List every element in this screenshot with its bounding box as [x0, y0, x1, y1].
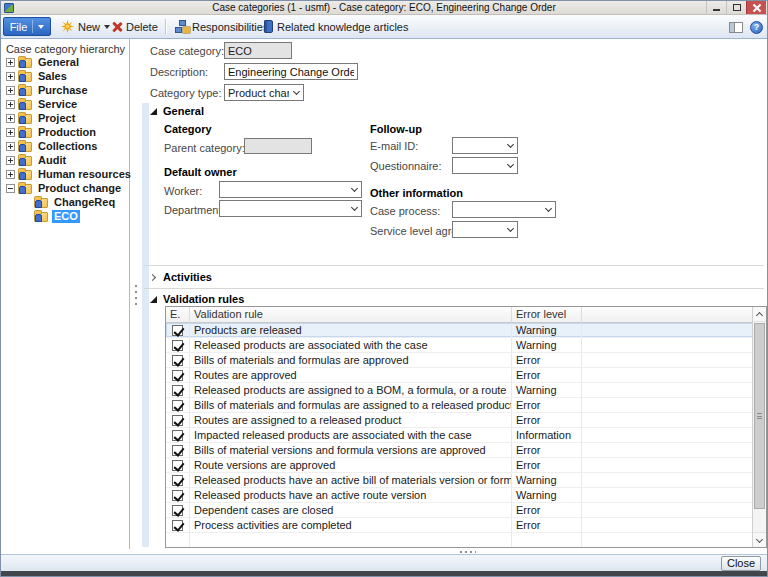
rule-enabled-checkbox[interactable]: [172, 385, 183, 396]
rule-enabled-checkbox[interactable]: [172, 475, 183, 486]
validation-rule-row[interactable]: Released products are associated with th…: [166, 338, 766, 353]
expand-icon[interactable]: [6, 72, 15, 81]
case-category-field[interactable]: [224, 42, 292, 59]
column-header-validation-rule[interactable]: Validation rule: [190, 307, 512, 322]
general-section-header[interactable]: General: [150, 105, 204, 117]
rule-enabled-checkbox[interactable]: [172, 460, 183, 471]
validation-rule-row[interactable]: Released products have an active bill of…: [166, 473, 766, 488]
category-type-dropdown[interactable]: Product change: [224, 84, 304, 101]
dropdown-button[interactable]: [347, 201, 361, 216]
restore-button[interactable]: [726, 1, 746, 14]
tree-item-production[interactable]: Production: [4, 125, 129, 139]
rule-enabled-checkbox[interactable]: [172, 340, 183, 351]
tree-item-eco[interactable]: ECO: [4, 209, 129, 223]
vertical-splitter[interactable]: [131, 39, 142, 549]
rule-enabled-checkbox[interactable]: [172, 445, 183, 456]
responsibilities-button[interactable]: Responsibilities: [172, 17, 271, 36]
collapse-icon[interactable]: [6, 184, 15, 193]
validation-rule-row[interactable]: Routes are approvedError: [166, 368, 766, 383]
rule-enabled-checkbox[interactable]: [172, 325, 183, 336]
worker-dropdown[interactable]: [219, 181, 362, 198]
tree-item-service[interactable]: Service: [4, 97, 129, 111]
expand-icon[interactable]: [6, 128, 15, 137]
rule-enabled-cell: [166, 353, 190, 367]
rule-enabled-cell: [166, 428, 190, 442]
tree-item-audit[interactable]: Audit: [4, 153, 129, 167]
delete-button[interactable]: Delete: [109, 17, 161, 36]
dropdown-button[interactable]: [541, 202, 555, 217]
scroll-up-button[interactable]: [753, 307, 766, 322]
tree-item-purchase[interactable]: Purchase: [4, 83, 129, 97]
validation-rule-row[interactable]: Impacted released products are associate…: [166, 428, 766, 443]
category-folder-icon: [18, 156, 32, 166]
category-folder-icon: [18, 72, 32, 82]
content-area: Case category hierarchy GeneralSalesPurc…: [2, 39, 766, 549]
rule-enabled-checkbox[interactable]: [172, 355, 183, 366]
scroll-down-button[interactable]: [753, 532, 766, 547]
validation-rule-row[interactable]: Process activities are completedError: [166, 518, 766, 533]
expand-icon[interactable]: [6, 58, 15, 67]
minimize-button[interactable]: [706, 1, 726, 14]
help-icon[interactable]: ?: [750, 21, 763, 34]
chevron-down-icon: [350, 203, 357, 210]
dropdown-button[interactable]: [503, 222, 517, 237]
tree-item-product-change[interactable]: Product change: [4, 181, 129, 195]
expand-icon[interactable]: [6, 100, 15, 109]
validation-rule-row[interactable]: Products are releasedWarning: [166, 323, 766, 338]
email-id-dropdown[interactable]: [452, 137, 518, 154]
activities-section-header[interactable]: Activities: [150, 271, 212, 283]
validation-rules-section-header[interactable]: Validation rules: [150, 293, 244, 305]
description-field[interactable]: [224, 63, 358, 80]
tree-item-general[interactable]: General: [4, 55, 129, 69]
dropdown-button[interactable]: [503, 158, 517, 173]
validation-rule-row[interactable]: Bills of materials and formulas are appr…: [166, 353, 766, 368]
expand-icon[interactable]: [6, 142, 15, 151]
close-window-button[interactable]: [746, 1, 766, 14]
parent-category-field[interactable]: [244, 138, 312, 154]
tree-item-human-resources[interactable]: Human resources: [4, 167, 129, 181]
column-header-error-level[interactable]: Error level: [512, 307, 582, 322]
rule-enabled-cell: [166, 473, 190, 487]
tree-item-label: ChangeReq: [52, 196, 117, 209]
rule-enabled-checkbox[interactable]: [172, 490, 183, 501]
service-level-agreement-dropdown[interactable]: [452, 221, 518, 238]
tree-panel-title: Case category hierarchy: [2, 43, 129, 55]
file-menu-button[interactable]: File: [3, 17, 51, 36]
validation-rule-row[interactable]: Released products have an active route v…: [166, 488, 766, 503]
dropdown-button[interactable]: [347, 182, 361, 197]
column-header-enabled[interactable]: E.: [166, 307, 190, 322]
tree-item-sales[interactable]: Sales: [4, 69, 129, 83]
tree-item-changereq[interactable]: ChangeReq: [4, 195, 129, 209]
department-dropdown[interactable]: [219, 200, 362, 217]
expand-icon[interactable]: [6, 114, 15, 123]
rule-enabled-checkbox[interactable]: [172, 415, 183, 426]
rule-enabled-cell: [166, 413, 190, 427]
rule-enabled-checkbox[interactable]: [172, 505, 183, 516]
rule-enabled-checkbox[interactable]: [172, 430, 183, 441]
rule-enabled-checkbox[interactable]: [172, 370, 183, 381]
rule-enabled-checkbox[interactable]: [172, 520, 183, 531]
expand-icon[interactable]: [6, 156, 15, 165]
questionnaire-dropdown[interactable]: [452, 157, 518, 174]
validation-rule-row[interactable]: Routes are assigned to a released produc…: [166, 413, 766, 428]
close-button[interactable]: Close: [721, 556, 761, 571]
navigation-pane-icon[interactable]: [729, 22, 743, 33]
dropdown-button[interactable]: [289, 85, 303, 100]
expand-icon[interactable]: [6, 86, 15, 95]
rule-enabled-checkbox[interactable]: [172, 400, 183, 411]
expand-icon[interactable]: [6, 170, 15, 179]
tree-item-collections[interactable]: Collections: [4, 139, 129, 153]
validation-rule-row[interactable]: Dependent cases are closedError: [166, 503, 766, 518]
case-process-dropdown[interactable]: [452, 201, 556, 218]
scrollbar-thumb[interactable]: [754, 323, 765, 509]
validation-rule-row[interactable]: Released products are assigned to a BOM,…: [166, 383, 766, 398]
validation-rule-row[interactable]: Bills of material versions and formula v…: [166, 443, 766, 458]
validation-rule-row[interactable]: Route versions are approvedError: [166, 458, 766, 473]
file-menu-divider: [32, 20, 33, 33]
new-button[interactable]: New: [58, 17, 113, 36]
validation-rule-row[interactable]: Bills of materials and formulas are assi…: [166, 398, 766, 413]
dropdown-button[interactable]: [503, 138, 517, 153]
related-knowledge-articles-button[interactable]: Related knowledge articles: [261, 17, 411, 36]
table-scrollbar[interactable]: [752, 307, 766, 547]
tree-item-project[interactable]: Project: [4, 111, 129, 125]
